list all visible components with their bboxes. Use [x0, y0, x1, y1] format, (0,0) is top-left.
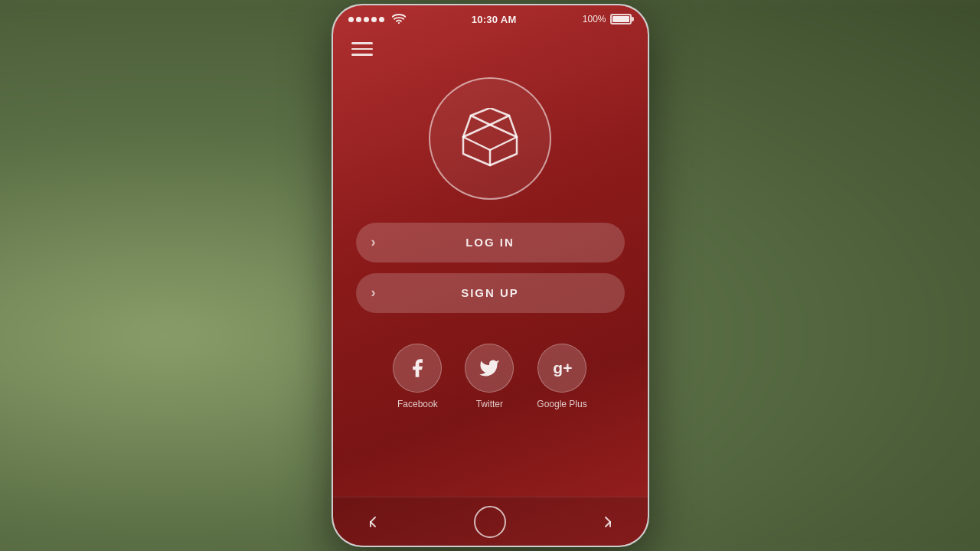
twitter-circle	[465, 344, 514, 393]
hamburger-line-3	[351, 54, 373, 56]
logo-circle	[429, 77, 551, 200]
signal-dot-1	[348, 17, 354, 22]
hamburger-line-1	[351, 42, 373, 44]
twitter-label: Twitter	[476, 399, 503, 409]
status-bar: 10:30 AM 100%	[333, 5, 648, 30]
signup-arrow-icon: ›	[371, 285, 377, 301]
signal-dot-5	[379, 17, 384, 22]
home-button[interactable]	[474, 506, 506, 538]
svg-marker-1	[463, 125, 517, 150]
login-button[interactable]: › LOG IN	[356, 223, 625, 262]
battery-icon	[610, 14, 632, 24]
signup-button[interactable]: › SIGN UP	[356, 273, 625, 313]
app-screen: 10:30 AM 100%	[333, 5, 648, 546]
signal-dots	[348, 17, 384, 22]
facebook-circle	[393, 344, 442, 393]
battery-fill	[612, 16, 629, 22]
signup-label: SIGN UP	[461, 286, 519, 299]
back-icon	[364, 513, 382, 531]
time-display: 10:30 AM	[472, 14, 517, 25]
logo-area	[333, 62, 648, 223]
auth-buttons: › LOG IN › SIGN UP	[333, 223, 648, 313]
googleplus-icon: g+	[551, 357, 573, 379]
forward-icon	[599, 513, 617, 531]
googleplus-login-item[interactable]: g+ Google Plus	[537, 344, 586, 409]
signal-dot-4	[371, 17, 377, 22]
login-arrow-icon: ›	[371, 234, 377, 250]
login-label: LOG IN	[466, 236, 514, 249]
svg-text:g+: g+	[553, 359, 572, 377]
hamburger-line-2	[351, 48, 373, 51]
forward-button[interactable]	[599, 513, 617, 531]
back-button[interactable]	[364, 513, 382, 531]
svg-point-0	[397, 21, 399, 23]
social-login-area: Facebook Twitter g+ Google Plus	[333, 313, 648, 425]
phone-frame: 10:30 AM 100%	[332, 4, 649, 547]
battery-area: 100%	[583, 14, 632, 24]
facebook-login-item[interactable]: Facebook	[393, 344, 442, 409]
facebook-label: Facebook	[397, 399, 438, 409]
twitter-login-item[interactable]: Twitter	[465, 344, 514, 409]
signal-dot-3	[364, 17, 369, 22]
googleplus-circle: g+	[537, 344, 586, 393]
twitter-icon	[479, 357, 500, 379]
menu-bar	[333, 30, 648, 62]
wifi-icon	[392, 13, 406, 26]
battery-percent: 100%	[583, 14, 606, 24]
signal-dot-2	[356, 17, 361, 22]
hamburger-menu[interactable]	[351, 42, 373, 56]
facebook-icon	[407, 357, 428, 379]
bottom-nav	[333, 497, 648, 546]
signal-area	[348, 13, 406, 26]
app-logo-icon	[452, 108, 528, 169]
googleplus-label: Google Plus	[537, 399, 586, 409]
